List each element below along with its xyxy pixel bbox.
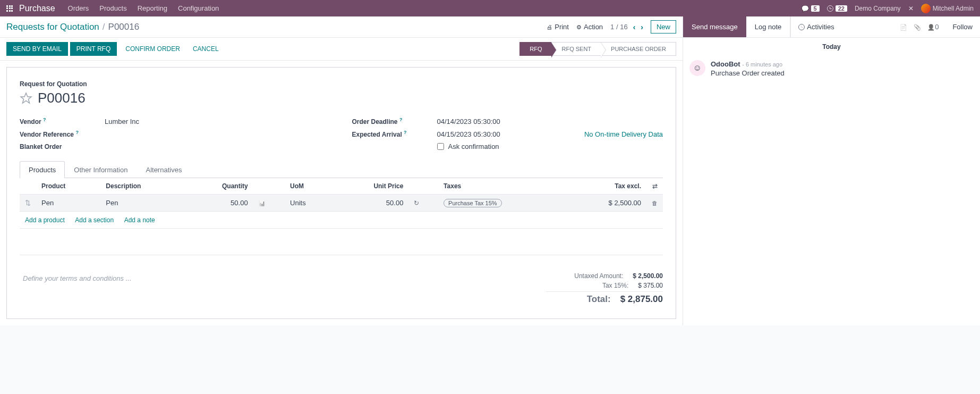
tab-products[interactable]: Products xyxy=(20,161,65,178)
attachment-doc-icon[interactable] xyxy=(900,23,907,31)
breadcrumb-current: P00016 xyxy=(108,22,140,32)
add-note-link[interactable]: Add a note xyxy=(124,216,155,224)
apps-icon[interactable] xyxy=(6,5,13,12)
total-value: $ 2,875.00 xyxy=(620,294,663,305)
th-quantity: Quantity xyxy=(185,178,253,195)
follow-button[interactable]: Follow xyxy=(945,16,980,37)
cell-uom[interactable]: Units xyxy=(285,195,334,212)
ask-confirmation-label: Ask confirmation xyxy=(448,142,499,150)
chatter-message: ☺ OdooBot - 6 minutes ago Purchase Order… xyxy=(683,56,980,81)
messaging-button[interactable]: 5 xyxy=(802,5,820,12)
pager-next[interactable]: › xyxy=(641,23,643,31)
th-taxes: Taxes xyxy=(438,178,566,195)
add-product-link[interactable]: Add a product xyxy=(25,216,65,224)
wrench-icon xyxy=(908,5,914,12)
debug-menu[interactable] xyxy=(908,5,914,12)
th-uom: UoM xyxy=(285,178,334,195)
delete-row-icon[interactable] xyxy=(652,199,658,207)
th-description: Description xyxy=(100,178,185,195)
control-panel: Requests for Quotation / P00016 Print Ac… xyxy=(0,16,683,38)
arrival-field[interactable]: 04/15/2023 05:30:00 xyxy=(437,130,500,138)
chatter-date-separator: Today xyxy=(683,38,980,56)
deadline-label: Order Deadline ? xyxy=(352,117,437,125)
order-lines-table: Product Description Quantity UoM Unit Pr… xyxy=(20,178,663,255)
form-sheet: Request for Quotation P00016 Vendor ? Lu… xyxy=(6,67,676,319)
print-rfq-button[interactable]: PRINT RFQ xyxy=(70,42,117,56)
cell-tax-excl: $ 2,500.00 xyxy=(566,195,646,212)
top-navbar: Purchase Orders Products Reporting Confi… xyxy=(0,0,980,16)
cell-quantity[interactable]: 50.00 xyxy=(185,195,253,212)
followers-button[interactable]: 0 xyxy=(927,23,939,31)
tab-other-information[interactable]: Other Information xyxy=(65,161,137,178)
pager: 1 / 16 ‹ › xyxy=(610,23,643,31)
cell-taxes[interactable]: Purchase Tax 15% xyxy=(438,195,566,212)
notebook-tabs: Products Other Information Alternatives xyxy=(20,161,663,178)
pager-prev[interactable]: ‹ xyxy=(633,23,636,31)
activities-button[interactable]: Activities xyxy=(790,16,841,37)
priority-star[interactable] xyxy=(20,92,32,105)
nav-orders[interactable]: Orders xyxy=(68,4,89,12)
deadline-field[interactable]: 04/14/2023 05:30:00 xyxy=(437,118,500,125)
status-bar: RFQ RFQ SENT PURCHASE ORDER xyxy=(519,42,676,56)
ontime-delivery-link[interactable]: No On-time Delivery Data xyxy=(584,130,663,138)
table-row[interactable]: ⇅ Pen Pen 50.00 Units 50.00 Purchase Tax… xyxy=(20,195,663,212)
refresh-price-icon[interactable] xyxy=(414,199,419,207)
ask-confirmation-checkbox[interactable] xyxy=(437,143,444,150)
new-button[interactable]: New xyxy=(651,20,676,33)
print-dropdown[interactable]: Print xyxy=(547,23,569,31)
th-unit-price: Unit Price xyxy=(334,178,408,195)
blanket-label: Blanket Order xyxy=(20,143,105,150)
status-rfq-sent[interactable]: RFQ SENT xyxy=(551,42,601,56)
activities-button[interactable]: 22 xyxy=(827,5,847,12)
untaxed-label: Untaxed Amount: xyxy=(546,272,633,280)
status-rfq[interactable]: RFQ xyxy=(519,42,551,56)
chat-icon xyxy=(802,5,809,12)
user-menu[interactable]: Mitchell Admin xyxy=(921,4,974,13)
print-icon xyxy=(547,23,552,31)
attachment-icon[interactable] xyxy=(914,23,921,31)
totals-panel: Untaxed Amount:$ 2,500.00 Tax 15%:$ 375.… xyxy=(546,271,663,306)
nav-configuration[interactable]: Configuration xyxy=(178,4,219,12)
untaxed-value: $ 2,500.00 xyxy=(633,272,663,280)
action-dropdown[interactable]: Action xyxy=(576,23,603,31)
message-author[interactable]: OdooBot xyxy=(711,60,740,68)
nav-reporting[interactable]: Reporting xyxy=(138,4,167,12)
pager-count[interactable]: 1 / 16 xyxy=(610,23,628,31)
tax-label: Tax 15%: xyxy=(546,282,638,289)
action-bar: SEND BY EMAIL PRINT RFQ CONFIRM ORDER CA… xyxy=(0,38,683,61)
total-label: Total: xyxy=(546,294,620,305)
company-selector[interactable]: Demo Company xyxy=(855,5,901,12)
cancel-button[interactable]: CANCEL xyxy=(186,42,225,56)
tab-alternatives[interactable]: Alternatives xyxy=(137,161,191,178)
nav-products[interactable]: Products xyxy=(99,4,126,12)
send-by-email-button[interactable]: SEND BY EMAIL xyxy=(6,42,68,56)
app-brand[interactable]: Purchase xyxy=(19,4,55,13)
avatar xyxy=(921,4,931,13)
cell-product[interactable]: Pen xyxy=(36,195,100,212)
arrival-label: Expected Arrival ? xyxy=(352,130,437,138)
confirm-order-button[interactable]: CONFIRM ORDER xyxy=(119,42,186,56)
th-product: Product xyxy=(36,178,100,195)
clock-icon xyxy=(798,24,805,30)
cell-unit-price[interactable]: 50.00 xyxy=(334,195,408,212)
breadcrumb-root[interactable]: Requests for Quotation xyxy=(6,22,99,32)
add-section-link[interactable]: Add a section xyxy=(75,216,114,224)
cell-description[interactable]: Pen xyxy=(100,195,185,212)
gear-icon xyxy=(576,23,582,31)
document-number: P00016 xyxy=(38,90,86,106)
th-tax-excl: Tax excl. xyxy=(566,178,646,195)
message-time: - 6 minutes ago xyxy=(742,61,782,68)
message-avatar: ☺ xyxy=(689,60,705,76)
columns-settings-icon[interactable] xyxy=(652,182,658,190)
drag-handle[interactable]: ⇅ xyxy=(20,195,36,212)
form-title-label: Request for Quotation xyxy=(20,80,663,88)
status-purchase-order[interactable]: PURCHASE ORDER xyxy=(601,42,676,56)
clock-icon xyxy=(827,5,833,12)
terms-conditions-field[interactable]: Define your terms and conditions ... xyxy=(20,271,546,306)
vendor-field[interactable]: Lumber Inc xyxy=(105,118,139,125)
log-note-button[interactable]: Log note xyxy=(746,16,791,37)
vendor-ref-label: Vendor Reference ? xyxy=(20,130,105,138)
message-text: Purchase Order created xyxy=(711,69,974,77)
forecast-icon[interactable] xyxy=(259,199,265,207)
send-message-button[interactable]: Send message xyxy=(683,16,746,37)
